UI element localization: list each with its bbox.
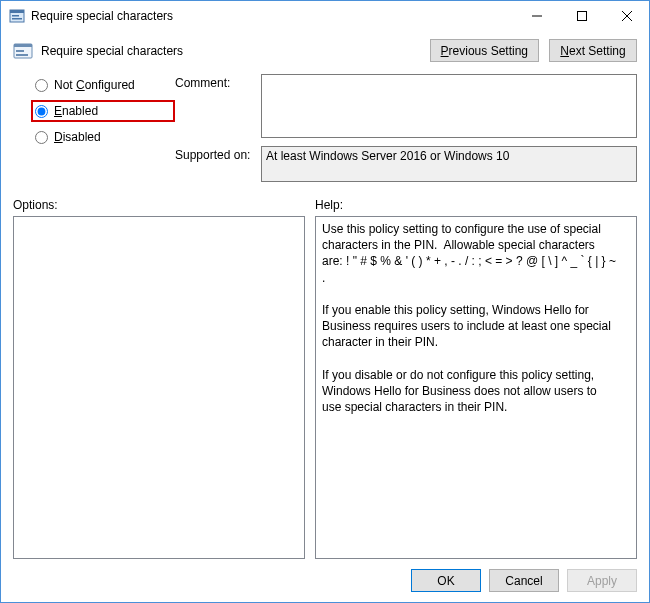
radio-enabled-label: Enabled [54, 104, 98, 118]
svg-rect-10 [16, 50, 24, 52]
panes-body: Use this policy setting to configure the… [1, 216, 649, 559]
dialog-window: Require special characters Require speci… [0, 0, 650, 603]
comment-input[interactable] [261, 74, 637, 138]
svg-rect-9 [14, 44, 32, 47]
previous-setting-button[interactable]: Previous Setting [430, 39, 539, 62]
help-label: Help: [315, 198, 343, 212]
options-pane [13, 216, 305, 559]
ok-button[interactable]: OK [411, 569, 481, 592]
state-radio-group: Not Configured Enabled Disabled [35, 74, 175, 182]
close-button[interactable] [604, 1, 649, 31]
apply-button[interactable]: Apply [567, 569, 637, 592]
radio-disabled-label: Disabled [54, 130, 101, 144]
nav-buttons: Previous Setting Next Setting [430, 39, 637, 62]
titlebar: Require special characters [1, 1, 649, 31]
radio-enabled[interactable]: Enabled [31, 100, 175, 122]
fields-column: Comment: Supported on: At least Windows … [175, 74, 637, 182]
supported-row: Supported on: At least Windows Server 20… [175, 146, 637, 182]
state-area: Not Configured Enabled Disabled Comment:… [1, 66, 649, 182]
minimize-button[interactable] [514, 1, 559, 31]
help-pane[interactable]: Use this policy setting to configure the… [315, 216, 637, 559]
supported-value: At least Windows Server 2016 or Windows … [261, 146, 637, 182]
policy-window-icon [9, 8, 25, 24]
svg-rect-11 [16, 54, 28, 56]
radio-not-configured-label: Not Configured [54, 78, 135, 92]
svg-rect-3 [12, 18, 22, 20]
comment-label: Comment: [175, 74, 261, 138]
svg-rect-5 [577, 12, 586, 21]
policy-title: Require special characters [41, 44, 430, 58]
dialog-footer: OK Cancel Apply [1, 559, 649, 602]
options-label: Options: [13, 198, 315, 212]
header-row: Require special characters Previous Sett… [1, 31, 649, 66]
svg-rect-1 [10, 10, 24, 13]
policy-icon [13, 41, 33, 61]
comment-row: Comment: [175, 74, 637, 138]
radio-disabled-input[interactable] [35, 131, 48, 144]
supported-label: Supported on: [175, 146, 261, 182]
cancel-button[interactable]: Cancel [489, 569, 559, 592]
next-setting-button[interactable]: Next Setting [549, 39, 637, 62]
radio-enabled-input[interactable] [35, 105, 48, 118]
svg-rect-2 [12, 15, 19, 17]
panes-header: Options: Help: [1, 182, 649, 216]
maximize-button[interactable] [559, 1, 604, 31]
radio-not-configured-input[interactable] [35, 79, 48, 92]
radio-not-configured[interactable]: Not Configured [35, 78, 175, 92]
radio-disabled[interactable]: Disabled [35, 130, 175, 144]
window-title: Require special characters [31, 9, 514, 23]
